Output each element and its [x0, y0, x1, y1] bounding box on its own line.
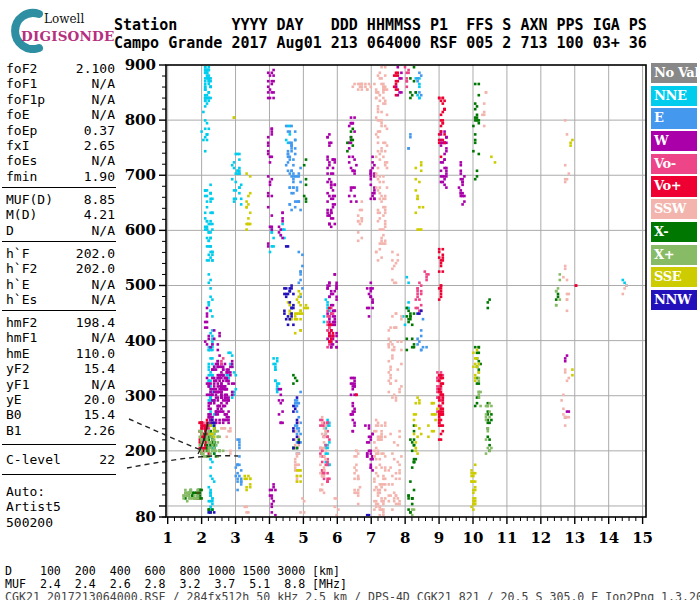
legend-item-w: W — [651, 131, 697, 151]
echo-cluster-vop — [575, 284, 578, 287]
legend-item-xm: X- — [651, 222, 697, 242]
echo-cluster-nne — [285, 125, 291, 144]
echo-cluster-vom — [424, 270, 430, 281]
echo-cluster-e — [289, 167, 302, 212]
echo-cluster-xm — [409, 63, 417, 99]
x-tick-label: 3 — [230, 529, 240, 547]
echo-cluster-sse — [244, 475, 252, 492]
echo-cluster-e — [407, 133, 411, 150]
echo-cluster-ssw — [564, 119, 570, 183]
y-tick-label: 700 — [125, 166, 156, 184]
legend-item-sse: SSE — [651, 267, 697, 287]
echo-cluster-sse — [233, 116, 236, 119]
plot-frame — [166, 65, 646, 517]
echo-cluster-xp — [485, 402, 493, 455]
y-tick-label: 500 — [125, 276, 156, 294]
echo-cluster-w — [204, 307, 212, 349]
echo-cluster-xm — [487, 402, 493, 452]
echo-cluster-xm — [292, 374, 298, 385]
echo-cluster-w — [267, 63, 275, 99]
echo-cluster-sse — [569, 139, 573, 147]
ionogram-plot: 1234567891011121314159008007006005004003… — [0, 0, 700, 600]
legend-item-nne: NNE — [651, 86, 697, 106]
echo-cluster-ssw — [388, 430, 403, 511]
legend-item-vop: Vo+ — [651, 176, 697, 196]
x-tick-label: 5 — [298, 529, 308, 547]
echo-cluster-ssw — [244, 506, 250, 514]
echo-cluster-sse — [490, 156, 496, 164]
echo-cluster-nnw — [366, 514, 370, 517]
echo-cluster-ssw — [560, 368, 570, 427]
echo-cluster-xp — [217, 436, 225, 453]
echo-cluster-w — [564, 354, 568, 362]
x-tick-label: 13 — [564, 529, 585, 547]
x-tick-label: 10 — [463, 529, 484, 547]
echo-cluster-nnw — [285, 245, 289, 248]
echo-cluster-nne — [231, 153, 243, 206]
echo-cluster-xp — [555, 273, 561, 306]
echo-cluster-w — [370, 156, 376, 201]
echo-cluster-nne — [204, 63, 212, 105]
distance-row: D 100 200 400 600 800 1000 1500 3000 [km… — [5, 564, 340, 578]
muf-row: MUF 2.4 2.4 2.6 2.8 3.2 3.7 5.1 8.8 [MHz… — [5, 577, 347, 591]
file-info-line: CGK21_2017213064000.RSF / 284fx512h 50 k… — [5, 590, 700, 600]
echo-cluster-w — [364, 424, 374, 471]
echo-cluster-w — [350, 377, 356, 433]
y-tick-label: 900 — [125, 56, 156, 74]
legend-item-vom: Vo- — [651, 154, 697, 174]
x-tick-label: 9 — [434, 529, 444, 547]
x-tick-label: 7 — [366, 529, 376, 547]
x-tick-label: 4 — [264, 529, 274, 547]
digisonde-ionogram-view: Lowell DIGISONDE Station YYYY DAY DDD HH… — [0, 0, 700, 600]
y-axis-height: 90080070060050040030020080 — [125, 56, 166, 526]
x-tick-label: 8 — [400, 529, 410, 547]
x-tick-label: 6 — [332, 529, 342, 547]
echo-cluster-sse — [571, 368, 574, 376]
x-tick-label: 12 — [530, 529, 551, 547]
x-tick-label: 15 — [632, 529, 653, 547]
echo-cluster-nne — [206, 231, 214, 262]
y-tick-label: 200 — [125, 442, 156, 460]
echo-cluster-w — [267, 128, 273, 248]
echo-cluster-vop — [355, 394, 358, 397]
echo-cluster-nne — [204, 184, 214, 231]
legend-item-ssw: SSW — [651, 199, 697, 219]
legend-item-xp: X+ — [651, 245, 697, 265]
echo-cluster-ssw — [373, 419, 386, 517]
echo-cluster-w — [458, 161, 466, 206]
x-tick-label: 1 — [162, 529, 172, 547]
y-tick-label: 400 — [125, 332, 156, 350]
legend-item-nnw: NNW — [651, 290, 697, 310]
echo-cluster-nne — [208, 486, 214, 519]
echo-cluster-e — [416, 318, 428, 351]
echo-cluster-ssw — [357, 200, 363, 242]
x-tick-label: 2 — [196, 529, 206, 547]
echo-cluster-nne — [208, 273, 214, 318]
echo-cluster-sse — [427, 402, 439, 438]
gridlines — [166, 65, 646, 517]
echo-cluster-ssw — [481, 91, 487, 127]
echo-cluster-sse — [296, 469, 302, 483]
echo-cluster-sse — [245, 172, 251, 231]
y-tick-label: 800 — [125, 111, 156, 129]
echo-cluster-w — [278, 388, 284, 424]
doppler-direction-legend: No ValNNEEWVo-Vo+SSWX-X+SSENNW — [651, 63, 698, 313]
echo-cluster-vom — [404, 66, 410, 88]
echo-cluster-e — [285, 125, 297, 178]
legend-item-e: E — [651, 108, 697, 128]
echo-cluster-w — [326, 133, 336, 228]
echo-cluster-xm — [487, 298, 491, 309]
echo-cluster-ssw — [299, 497, 305, 514]
echo-cluster-sse — [415, 161, 425, 231]
x-axis-frequency: 123456789101112131415 — [162, 517, 653, 547]
echo-cluster-w — [278, 212, 284, 240]
echo-cluster-ssw — [334, 497, 340, 516]
legend-item-noval: No Val — [651, 63, 697, 83]
echo-cluster-xm — [407, 424, 417, 513]
echo-cluster-ssw — [352, 83, 389, 91]
echo-cluster-ssw — [562, 265, 570, 312]
echo-cluster-w — [366, 282, 374, 318]
echo-cluster-ssw — [388, 312, 403, 401]
y-tick-label: 300 — [125, 387, 156, 405]
echo-cluster-ssw — [353, 450, 361, 506]
